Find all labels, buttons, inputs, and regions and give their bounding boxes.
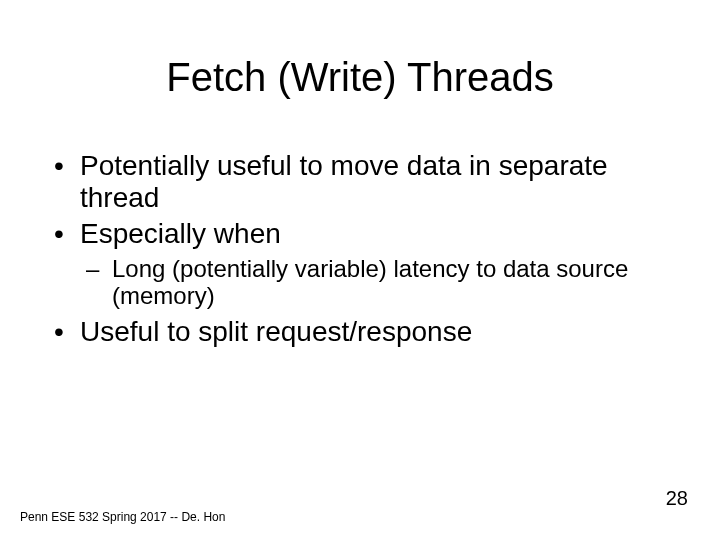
page-number: 28 bbox=[666, 487, 688, 510]
slide-body: Potentially useful to move data in separ… bbox=[54, 150, 674, 352]
bullet-level1: Potentially useful to move data in separ… bbox=[54, 150, 674, 214]
bullet-level1: Especially when bbox=[54, 218, 674, 250]
bullet-level1: Useful to split request/response bbox=[54, 316, 674, 348]
slide-title: Fetch (Write) Threads bbox=[0, 55, 720, 100]
bullet-level2: Long (potentially variable) latency to d… bbox=[86, 255, 674, 310]
slide: Fetch (Write) Threads Potentially useful… bbox=[0, 0, 720, 540]
footer-text: Penn ESE 532 Spring 2017 -- De. Hon bbox=[20, 510, 225, 524]
bullet-list: Potentially useful to move data in separ… bbox=[54, 150, 674, 348]
